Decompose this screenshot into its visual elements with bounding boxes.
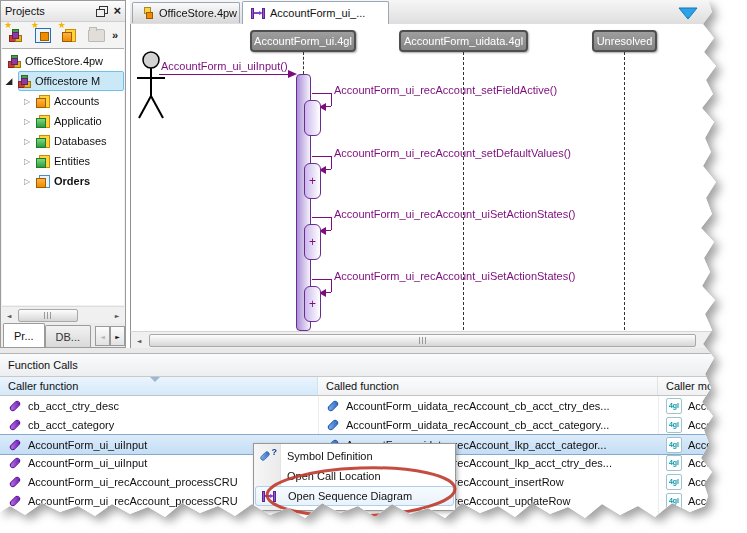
tree-item-orders[interactable]: ▷ Orders (2, 171, 124, 191)
tab-prev-icon[interactable]: ◄ (95, 326, 110, 346)
self-call-line (331, 217, 332, 230)
column-header-called-function[interactable]: Called function (318, 377, 658, 395)
lifeline-header-unresolved[interactable]: Unresolved (592, 30, 657, 52)
tree-item-label: Orders (54, 175, 90, 187)
projects-horizontal-scrollbar[interactable]: ◄ ► (2, 306, 124, 323)
toolbar-overflow-button[interactable]: » (112, 29, 121, 41)
ide-window: Projects × ★ ★ ★ (0, 0, 747, 533)
self-call-line (331, 93, 332, 106)
table-row[interactable]: cb_acct_ctry_desc AccountForm_uidata_rec… (0, 396, 747, 415)
self-call-line (331, 279, 332, 292)
caller-function-icon (8, 438, 22, 452)
tab-db[interactable]: DB... (45, 325, 91, 347)
tab-list-dropdown-icon[interactable] (678, 7, 698, 22)
cubes-icon (9, 29, 22, 42)
tab-label: OfficeStore.4pw (159, 7, 237, 19)
float-panel-icon[interactable] (96, 6, 107, 16)
close-panel-icon[interactable]: × (113, 6, 121, 16)
message-line (159, 74, 289, 75)
scroll-left-icon[interactable]: ◄ (131, 337, 147, 344)
called-function-icon (326, 418, 340, 432)
menu-item-open-call-location[interactable]: Open Call Location (255, 466, 454, 486)
tree-item-label: Entities (54, 155, 90, 167)
scroll-left-icon[interactable]: ◄ (2, 312, 16, 319)
projects-titlebar: Projects × (1, 1, 125, 22)
tab-scroll-buttons: ◄ ► (95, 326, 125, 346)
group-icon (36, 95, 50, 108)
nested-activation-box[interactable]: + (304, 163, 321, 199)
column-header-caller-module[interactable]: Caller module (658, 377, 747, 395)
sequence-diagram-icon (262, 491, 276, 502)
editor-tabbar: OfficeStore.4pw AccountForm_ui_... (130, 0, 747, 25)
nested-activation-box[interactable]: + (304, 286, 321, 322)
tree-item-label: Officestore M (35, 75, 100, 87)
tree-item-label: OfficeStore.4pw (25, 55, 103, 67)
collapsed-arrow-icon[interactable]: ▷ (22, 117, 32, 126)
nested-activation-box[interactable] (304, 100, 321, 136)
tree-item-accounts[interactable]: ▷ Accounts (2, 91, 124, 111)
tree-item-label: Accounts (54, 95, 99, 107)
project-tree: OfficeStore.4pw ◢ Officestore M ▷ Accoun… (2, 48, 124, 305)
tab-projects[interactable]: Pr... (3, 323, 45, 347)
self-call-line (312, 217, 331, 218)
self-call-line (312, 156, 331, 157)
collapsed-arrow-icon[interactable]: ▷ (22, 97, 32, 106)
tree-item-module[interactable]: ◢ Officestore M (2, 71, 124, 91)
scrollbar-thumb[interactable] (18, 309, 78, 322)
tab-next-icon[interactable]: ► (110, 326, 125, 346)
new-star-icon: ★ (4, 20, 12, 30)
tab-officestore[interactable]: OfficeStore.4pw (132, 2, 240, 23)
sort-indicator-icon (150, 377, 160, 382)
tab-label: AccountForm_ui_... (270, 7, 365, 19)
scrollbar-thumb[interactable] (149, 334, 696, 347)
group-icon (36, 135, 50, 148)
4gl-module-icon: 4gl (666, 455, 682, 471)
caller-function-icon (8, 418, 22, 432)
lifeline-header-accountform-ui[interactable]: AccountForm_ui.4gl (250, 30, 356, 52)
caller-function-icon (8, 475, 22, 489)
diagram-horizontal-scrollbar[interactable]: ◄ (130, 331, 747, 348)
context-menu: ? Symbol Definition Open Call Location O… (253, 443, 456, 511)
new-folder-button-disabled (85, 24, 107, 46)
collapsed-arrow-icon[interactable]: ▷ (22, 157, 32, 166)
self-call-line (331, 156, 332, 169)
tree-item-root[interactable]: OfficeStore.4pw (2, 51, 124, 71)
expanded-arrow-icon[interactable]: ◢ (4, 76, 14, 86)
scroll-right-icon[interactable]: ► (110, 312, 124, 319)
projects-panel: Projects × ★ ★ ★ (0, 0, 126, 348)
tab-accountform-diagram[interactable]: AccountForm_ui_... (242, 1, 389, 24)
tree-item-databases[interactable]: ▷ Databases (2, 131, 124, 151)
nested-activation-box[interactable]: + (304, 224, 321, 260)
table-row[interactable]: cb_acct_category AccountForm_uidata_recA… (0, 415, 747, 434)
sequence-diagram-canvas: AccountForm_ui.4gl AccountForm_uidata.4g… (130, 24, 747, 331)
tree-item-application[interactable]: ▷ Applicatio (2, 111, 124, 131)
menu-item-open-sequence-diagram[interactable]: Open Sequence Diagram (255, 486, 454, 506)
new-file-button[interactable]: ★ (58, 24, 80, 46)
new-star-icon: ★ (31, 20, 39, 30)
group-icon (36, 175, 50, 188)
folder-icon (88, 29, 105, 42)
self-call-line (312, 93, 331, 94)
new-project-button[interactable]: ★ (5, 24, 27, 46)
column-header-caller-function[interactable]: Caller function (0, 377, 318, 395)
lifeline-header-accountform-uidata[interactable]: AccountForm_uidata.4gl (399, 30, 528, 52)
4gl-module-icon: 4gl (666, 474, 682, 490)
collapsed-arrow-icon[interactable]: ▷ (22, 137, 32, 146)
sequence-diagram-icon (251, 8, 265, 19)
projects-bottom-tabs: Pr... DB... ◄ ► (1, 323, 125, 347)
tree-item-entities[interactable]: ▷ Entities (2, 151, 124, 171)
collapsed-arrow-icon[interactable]: ▷ (22, 177, 32, 186)
menu-item-symbol-definition[interactable]: ? Symbol Definition (255, 446, 454, 466)
file-icon (62, 29, 76, 42)
table-header: Caller function Called function Caller m… (0, 377, 747, 396)
caller-function-icon (8, 399, 22, 413)
message-label: AccountForm_ui_uiInput() (161, 60, 288, 72)
called-function-icon (326, 399, 340, 413)
symbol-definition-icon: ? (260, 449, 276, 463)
project-icon (8, 55, 21, 68)
module-icon (18, 75, 31, 88)
4gl-module-icon: 4gl (666, 437, 682, 453)
tree-item-label: Applicatio (54, 115, 102, 127)
self-call-line (312, 279, 331, 280)
new-window-button[interactable]: ★ (32, 24, 54, 46)
